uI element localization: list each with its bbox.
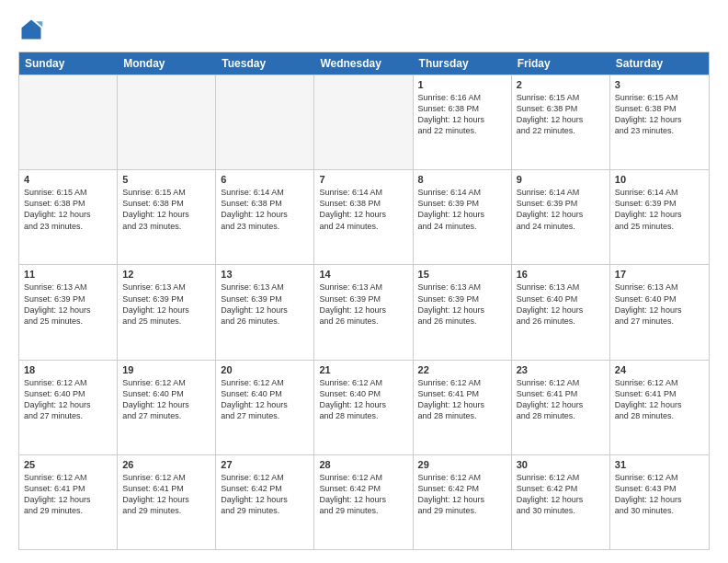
day-number: 8 [418,174,506,185]
day-info: Sunrise: 6:15 AM Sunset: 6:38 PM Dayligh… [517,92,605,137]
calendar-cell: 18Sunrise: 6:12 AM Sunset: 6:40 PM Dayli… [19,361,118,454]
day-info: Sunrise: 6:15 AM Sunset: 6:38 PM Dayligh… [615,92,704,137]
day-number: 26 [122,459,210,470]
day-number: 2 [517,79,605,90]
calendar-cell: 11Sunrise: 6:13 AM Sunset: 6:39 PM Dayli… [19,265,118,359]
calendar-cell: 25Sunrise: 6:12 AM Sunset: 6:41 PM Dayli… [19,455,118,549]
calendar-cell [216,75,314,169]
calendar-cell: 19Sunrise: 6:12 AM Sunset: 6:40 PM Dayli… [118,361,216,454]
header-day-friday: Friday [512,52,610,75]
calendar-cell: 13Sunrise: 6:13 AM Sunset: 6:39 PM Dayli… [216,265,314,359]
calendar-cell: 28Sunrise: 6:12 AM Sunset: 6:42 PM Dayli… [314,455,413,549]
calendar-row-1: 1Sunrise: 6:16 AM Sunset: 6:38 PM Daylig… [19,75,709,169]
day-info: Sunrise: 6:13 AM Sunset: 6:40 PM Dayligh… [517,282,605,327]
day-number: 5 [122,174,210,185]
logo-icon [18,17,44,42]
calendar-cell [314,75,413,169]
calendar-cell: 5Sunrise: 6:15 AM Sunset: 6:38 PM Daylig… [118,170,216,264]
header-day-wednesday: Wednesday [314,52,413,75]
day-number: 18 [24,364,112,375]
day-number: 6 [221,174,309,185]
header-day-thursday: Thursday [414,52,512,75]
day-info: Sunrise: 6:14 AM Sunset: 6:39 PM Dayligh… [615,187,704,232]
calendar-cell: 10Sunrise: 6:14 AM Sunset: 6:39 PM Dayli… [610,170,709,264]
calendar-body: 1Sunrise: 6:16 AM Sunset: 6:38 PM Daylig… [19,75,709,549]
calendar-cell: 22Sunrise: 6:12 AM Sunset: 6:41 PM Dayli… [414,361,512,454]
day-number: 19 [122,364,210,375]
day-number: 10 [615,174,704,185]
day-number: 9 [517,174,605,185]
day-info: Sunrise: 6:12 AM Sunset: 6:41 PM Dayligh… [24,472,112,517]
day-info: Sunrise: 6:13 AM Sunset: 6:39 PM Dayligh… [221,282,309,327]
day-info: Sunrise: 6:14 AM Sunset: 6:38 PM Dayligh… [221,187,309,232]
calendar-cell: 4Sunrise: 6:15 AM Sunset: 6:38 PM Daylig… [19,170,118,264]
calendar-cell: 16Sunrise: 6:13 AM Sunset: 6:40 PM Dayli… [512,265,610,359]
calendar: SundayMondayTuesdayWednesdayThursdayFrid… [18,52,710,550]
day-number: 22 [418,364,506,375]
calendar-cell: 3Sunrise: 6:15 AM Sunset: 6:38 PM Daylig… [610,75,709,169]
calendar-cell [118,75,216,169]
calendar-cell [19,75,118,169]
header [18,17,710,42]
header-day-saturday: Saturday [610,52,709,75]
logo [18,17,48,42]
day-number: 21 [319,364,407,375]
calendar-cell: 14Sunrise: 6:13 AM Sunset: 6:39 PM Dayli… [314,265,413,359]
day-info: Sunrise: 6:12 AM Sunset: 6:43 PM Dayligh… [615,472,704,517]
day-info: Sunrise: 6:12 AM Sunset: 6:40 PM Dayligh… [319,377,407,422]
day-info: Sunrise: 6:14 AM Sunset: 6:38 PM Dayligh… [319,187,407,232]
day-number: 1 [418,79,506,90]
day-info: Sunrise: 6:12 AM Sunset: 6:42 PM Dayligh… [418,472,506,517]
day-number: 23 [517,364,605,375]
day-number: 20 [221,364,309,375]
day-info: Sunrise: 6:15 AM Sunset: 6:38 PM Dayligh… [122,187,210,232]
calendar-cell: 8Sunrise: 6:14 AM Sunset: 6:39 PM Daylig… [414,170,512,264]
calendar-cell: 27Sunrise: 6:12 AM Sunset: 6:42 PM Dayli… [216,455,314,549]
day-info: Sunrise: 6:13 AM Sunset: 6:39 PM Dayligh… [418,282,506,327]
day-info: Sunrise: 6:13 AM Sunset: 6:40 PM Dayligh… [615,282,704,327]
day-number: 16 [517,269,605,280]
header-day-tuesday: Tuesday [216,52,314,75]
day-number: 30 [517,459,605,470]
day-info: Sunrise: 6:12 AM Sunset: 6:40 PM Dayligh… [24,377,112,422]
header-day-monday: Monday [118,52,216,75]
calendar-cell: 20Sunrise: 6:12 AM Sunset: 6:40 PM Dayli… [216,361,314,454]
day-number: 4 [24,174,112,185]
day-info: Sunrise: 6:12 AM Sunset: 6:41 PM Dayligh… [122,472,210,517]
day-number: 29 [418,459,506,470]
calendar-cell: 31Sunrise: 6:12 AM Sunset: 6:43 PM Dayli… [610,455,709,549]
day-info: Sunrise: 6:12 AM Sunset: 6:42 PM Dayligh… [319,472,407,517]
calendar-cell: 30Sunrise: 6:12 AM Sunset: 6:42 PM Dayli… [512,455,610,549]
day-number: 31 [615,459,704,470]
day-number: 3 [615,79,704,90]
calendar-row-5: 25Sunrise: 6:12 AM Sunset: 6:41 PM Dayli… [19,454,709,549]
calendar-row-4: 18Sunrise: 6:12 AM Sunset: 6:40 PM Dayli… [19,360,709,454]
day-number: 28 [319,459,407,470]
day-info: Sunrise: 6:14 AM Sunset: 6:39 PM Dayligh… [517,187,605,232]
day-info: Sunrise: 6:12 AM Sunset: 6:42 PM Dayligh… [221,472,309,517]
day-number: 7 [319,174,407,185]
day-info: Sunrise: 6:13 AM Sunset: 6:39 PM Dayligh… [319,282,407,327]
calendar-cell: 17Sunrise: 6:13 AM Sunset: 6:40 PM Dayli… [610,265,709,359]
calendar-cell: 1Sunrise: 6:16 AM Sunset: 6:38 PM Daylig… [414,75,512,169]
day-info: Sunrise: 6:12 AM Sunset: 6:41 PM Dayligh… [418,377,506,422]
calendar-cell: 21Sunrise: 6:12 AM Sunset: 6:40 PM Dayli… [314,361,413,454]
day-info: Sunrise: 6:16 AM Sunset: 6:38 PM Dayligh… [418,92,506,137]
calendar-row-2: 4Sunrise: 6:15 AM Sunset: 6:38 PM Daylig… [19,169,709,264]
day-info: Sunrise: 6:13 AM Sunset: 6:39 PM Dayligh… [122,282,210,327]
day-info: Sunrise: 6:12 AM Sunset: 6:41 PM Dayligh… [615,377,704,422]
day-info: Sunrise: 6:14 AM Sunset: 6:39 PM Dayligh… [418,187,506,232]
calendar-cell: 2Sunrise: 6:15 AM Sunset: 6:38 PM Daylig… [512,75,610,169]
calendar-row-3: 11Sunrise: 6:13 AM Sunset: 6:39 PM Dayli… [19,264,709,359]
calendar-cell: 12Sunrise: 6:13 AM Sunset: 6:39 PM Dayli… [118,265,216,359]
day-number: 14 [319,269,407,280]
day-info: Sunrise: 6:12 AM Sunset: 6:42 PM Dayligh… [517,472,605,517]
day-info: Sunrise: 6:12 AM Sunset: 6:41 PM Dayligh… [517,377,605,422]
calendar-cell: 23Sunrise: 6:12 AM Sunset: 6:41 PM Dayli… [512,361,610,454]
day-number: 25 [24,459,112,470]
header-day-sunday: Sunday [19,52,118,75]
calendar-cell: 6Sunrise: 6:14 AM Sunset: 6:38 PM Daylig… [216,170,314,264]
day-number: 17 [615,269,704,280]
day-info: Sunrise: 6:12 AM Sunset: 6:40 PM Dayligh… [221,377,309,422]
calendar-cell: 9Sunrise: 6:14 AM Sunset: 6:39 PM Daylig… [512,170,610,264]
